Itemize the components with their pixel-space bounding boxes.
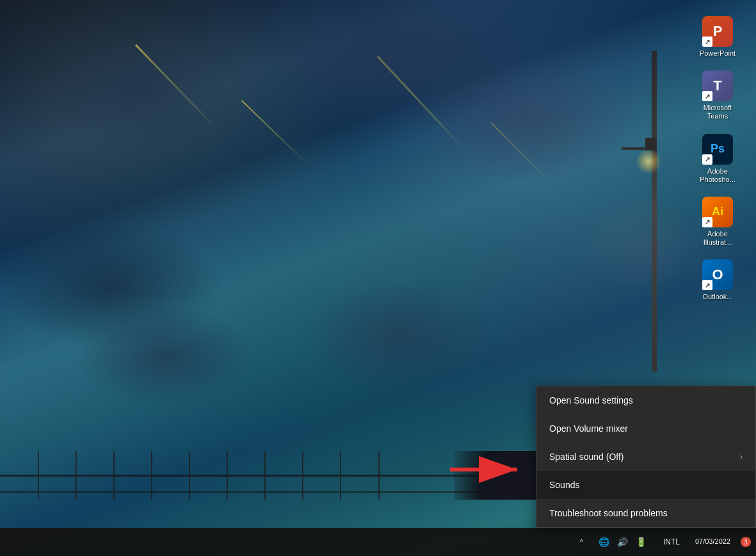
teams-icon-label: Microsoft Teams bbox=[695, 104, 740, 120]
taskbar: ^ 🌐 🔊 🔋 INTL 07/03/2022 3 bbox=[0, 528, 756, 556]
shortcut-arrow-illustrator: ↗ bbox=[702, 217, 712, 227]
illustrator-icon-label: Adobe Illustrat... bbox=[695, 230, 740, 247]
taskbar-right: ^ 🌐 🔊 🔋 INTL 07/03/2022 3 bbox=[576, 528, 756, 556]
spatial-sound-chevron-icon: › bbox=[740, 452, 743, 461]
desktop-icons-container: P ↗ PowerPoint T ↗ Microsoft Teams Ps ↗ … bbox=[692, 13, 743, 305]
menu-item-spatial-sound[interactable]: Spatial sound (Off) › bbox=[536, 443, 755, 471]
taskbar-date: 07/03/2022 bbox=[695, 537, 730, 546]
tray-overflow-button[interactable]: ^ bbox=[576, 536, 587, 548]
menu-item-open-volume-mixer[interactable]: Open Volume mixer bbox=[536, 414, 755, 443]
photoshop-icon-image: Ps ↗ bbox=[702, 134, 733, 165]
shortcut-arrow-outlook: ↗ bbox=[702, 280, 712, 290]
desktop-icon-outlook[interactable]: O ↗ Outlook... bbox=[692, 256, 743, 304]
outlook-icon-label: Outlook... bbox=[702, 293, 732, 301]
clock-area[interactable]: 07/03/2022 bbox=[689, 528, 737, 556]
notification-badge[interactable]: 3 bbox=[741, 537, 751, 547]
powerpoint-icon-label: PowerPoint bbox=[700, 49, 736, 58]
menu-item-troubleshoot[interactable]: Troubleshoot sound problems bbox=[536, 499, 755, 527]
desktop-icon-illustrator[interactable]: Ai ↗ Adobe Illustrat... bbox=[692, 193, 743, 250]
desktop-icon-teams[interactable]: T ↗ Microsoft Teams bbox=[692, 67, 743, 124]
outlook-icon-image: O ↗ bbox=[702, 259, 733, 290]
illustrator-icon-image: Ai ↗ bbox=[702, 197, 733, 227]
network-icon[interactable]: 🌐 bbox=[596, 534, 612, 550]
desktop-icon-photoshop[interactable]: Ps ↗ Adobe Photosho... bbox=[692, 131, 743, 187]
lamp-post bbox=[652, 51, 657, 372]
menu-item-sounds[interactable]: Sounds bbox=[536, 471, 755, 499]
photoshop-icon-label: Adobe Photosho... bbox=[695, 167, 740, 184]
language-indicator[interactable]: INTL bbox=[658, 537, 685, 546]
volume-icon[interactable]: 🔊 bbox=[615, 534, 631, 550]
desktop-icon-powerpoint[interactable]: P ↗ PowerPoint bbox=[692, 13, 743, 61]
shortcut-arrow-teams: ↗ bbox=[702, 91, 712, 101]
shortcut-arrow-powerpoint: ↗ bbox=[702, 37, 712, 47]
tray-icons: 🌐 🔊 🔋 bbox=[591, 528, 654, 556]
lamp-glow bbox=[636, 149, 661, 174]
shortcut-arrow-photoshop: ↗ bbox=[702, 154, 712, 165]
context-menu: Open Sound settings Open Volume mixer Sp… bbox=[536, 386, 756, 528]
menu-item-open-sound-settings[interactable]: Open Sound settings bbox=[536, 386, 755, 414]
desktop: P ↗ PowerPoint T ↗ Microsoft Teams Ps ↗ … bbox=[0, 0, 756, 556]
chevron-up-icon: ^ bbox=[580, 538, 583, 546]
teams-icon-image: T ↗ bbox=[702, 70, 733, 101]
battery-icon[interactable]: 🔋 bbox=[633, 534, 649, 550]
powerpoint-icon-image: P ↗ bbox=[702, 16, 733, 47]
